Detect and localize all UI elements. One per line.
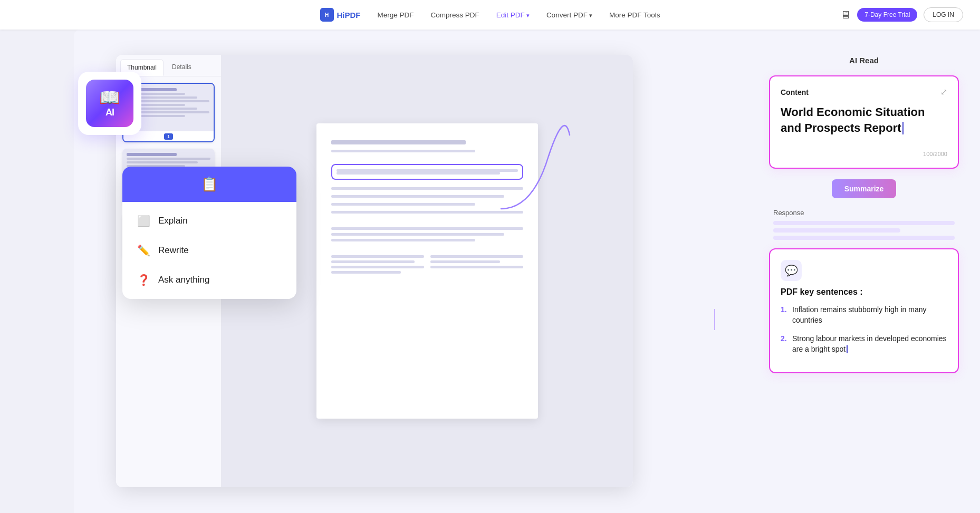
doc-line <box>331 150 475 152</box>
sentence-text-1: Inflation remains stubbornly high in man… <box>792 304 947 326</box>
menu-item-ask[interactable]: ❓ Ask anything <box>122 265 296 295</box>
chat-icon: 💬 <box>781 260 802 281</box>
content-label: Content <box>781 88 809 96</box>
nav-merge[interactable]: Merge PDF <box>378 11 414 19</box>
logo[interactable]: H HiPDF <box>320 8 361 22</box>
rewrite-icon: ✏️ <box>137 244 150 257</box>
book-icon: 📖 <box>99 89 120 106</box>
ai-badge-text: AI <box>105 107 114 118</box>
doc-line <box>331 203 475 206</box>
ai-icon-inner: 📖 AI <box>86 80 133 127</box>
content-card: Content ⤢ World Economic Situation and P… <box>769 75 959 169</box>
ask-icon: ❓ <box>137 274 150 286</box>
response-line <box>773 221 955 225</box>
login-button[interactable]: LOG IN <box>924 7 963 22</box>
doc-col-left <box>331 255 424 274</box>
nav-compress[interactable]: Compress PDF <box>431 11 479 19</box>
thumb-line <box>127 158 210 160</box>
doc-line <box>331 260 415 263</box>
doc-line <box>331 255 424 258</box>
nav-more[interactable]: More PDF Tools <box>609 11 660 19</box>
menu-item-explain[interactable]: ⬜ Explain <box>122 206 296 236</box>
doc-title-line <box>331 140 466 144</box>
menu-item-rewrite[interactable]: ✏️ Rewrite <box>122 236 296 265</box>
response-line <box>773 228 900 233</box>
doc-line <box>430 266 523 268</box>
response-lines <box>773 221 955 240</box>
response-label: Response <box>773 209 955 217</box>
clipboard-icon: 📋 <box>201 176 218 192</box>
response-area: Response <box>769 209 959 240</box>
key-sentences-title: PDF key sentences : <box>781 287 947 297</box>
doc-line <box>331 233 504 236</box>
text-cursor <box>902 122 904 134</box>
ai-read-panel: AI Read Content ⤢ World Economic Situati… <box>769 56 959 373</box>
doc-line <box>430 260 500 263</box>
doc-line <box>331 227 523 230</box>
response-line <box>773 236 955 240</box>
text-cursor-2 <box>847 345 848 353</box>
response-card: 💬 PDF key sentences : 1. Inflation remai… <box>769 248 959 373</box>
sentence-1: 1. Inflation remains stubbornly high in … <box>781 304 947 326</box>
summarize-area: Summarize <box>769 179 959 198</box>
navbar: H HiPDF Merge PDF Compress PDF Edit PDF … <box>0 0 980 30</box>
navbar-right: 🖥 7-Day Free Trial LOG IN <box>840 7 963 22</box>
logo-text: HiPDF <box>337 11 361 20</box>
nav-edit[interactable]: Edit PDF <box>496 11 530 19</box>
menu-header: 📋 <box>122 167 296 202</box>
monitor-icon[interactable]: 🖥 <box>840 9 851 21</box>
doc-columns <box>331 255 523 274</box>
doc-line <box>331 239 475 241</box>
menu-panel: 📋 ⬜ Explain ✏️ Rewrite ❓ Ask anything <box>122 167 296 299</box>
explain-icon: ⬜ <box>137 215 150 227</box>
content-card-header: Content ⤢ <box>781 87 947 97</box>
highlight-box <box>331 164 523 180</box>
doc-line <box>331 266 424 268</box>
thumb-line <box>127 153 177 156</box>
doc-line <box>331 211 523 214</box>
ai-read-title: AI Read <box>769 56 959 65</box>
thumb-line <box>127 161 198 163</box>
summarize-button[interactable]: Summarize <box>832 179 897 198</box>
doc-line <box>430 255 523 258</box>
trial-button[interactable]: 7-Day Free Trial <box>857 8 917 22</box>
ai-icon-container[interactable]: 📖 AI <box>78 72 141 135</box>
doc-line <box>337 172 500 175</box>
doc-line <box>331 271 401 274</box>
ask-label: Ask anything <box>158 275 209 285</box>
doc-page <box>316 123 538 419</box>
content-text[interactable]: World Economic Situation and Prospects R… <box>781 104 947 147</box>
doc-line <box>331 187 523 190</box>
explain-label: Explain <box>158 216 188 226</box>
doc-col-right <box>430 255 523 274</box>
sentence-text-2: Strong labour markets in developed econo… <box>792 333 947 355</box>
expand-icon[interactable]: ⤢ <box>940 87 947 97</box>
logo-icon: H <box>320 8 334 22</box>
sentence-num-2: 2. <box>781 333 788 355</box>
page-badge-1: 1 <box>164 133 173 140</box>
char-count: 100/2000 <box>781 151 947 157</box>
sentence-2: 2. Strong labour markets in developed ec… <box>781 333 947 355</box>
sentence-num-1: 1. <box>781 304 788 326</box>
doc-line <box>331 195 504 198</box>
rewrite-label: Rewrite <box>158 245 189 256</box>
doc-section-2 <box>331 227 523 241</box>
tab-details[interactable]: Details <box>166 59 198 76</box>
menu-items: ⬜ Explain ✏️ Rewrite ❓ Ask anything <box>122 202 296 299</box>
nav-convert[interactable]: Convert PDF <box>546 11 592 19</box>
main-area: Thumbnail Details <box>74 30 980 513</box>
doc-section-1 <box>331 162 523 182</box>
